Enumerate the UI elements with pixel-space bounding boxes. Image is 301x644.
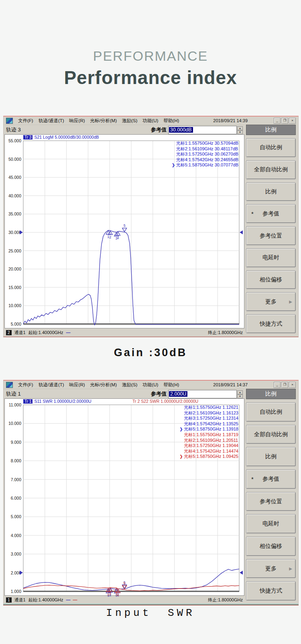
active-trace-label: 轨迹 1 bbox=[6, 390, 21, 398]
menu-stimulus[interactable]: 激励(S) bbox=[122, 382, 137, 388]
datetime: 2018/09/21 14:39 bbox=[213, 118, 248, 123]
restore-button[interactable]: ❐ bbox=[281, 382, 288, 388]
close-button[interactable]: × bbox=[289, 118, 296, 124]
stop-frequency: 终止:1.80000GHz bbox=[208, 330, 243, 336]
panel-button-auto-scale[interactable]: 自动比例 bbox=[246, 402, 296, 422]
toolbar: 轨迹 3 参考值 30.000dB ▲▼ bbox=[4, 125, 244, 135]
stop-frequency: 终止:1.80000GHz bbox=[208, 597, 243, 603]
vna-window-swr: 文件(F) 轨迹/通道(T) 响应(R) 光标/分析(M) 激励(S) 功能(U… bbox=[3, 380, 299, 605]
svg-text:55.000: 55.000 bbox=[8, 138, 21, 143]
asterisk-icon: * bbox=[251, 476, 254, 482]
trace-format-label: S21 LogM 5.00000dB/30.00000dB bbox=[34, 135, 99, 139]
svg-text:2: 2 bbox=[109, 235, 111, 239]
marker-readout-3: 光标3:1.57250GHz 30.06270dB bbox=[176, 152, 238, 157]
panel-button-phase-offset[interactable]: 相位偏移 bbox=[246, 271, 296, 289]
app-icon bbox=[6, 382, 13, 388]
marker-readout-1: 光标1:1.55750GHz 30.57094dB bbox=[176, 141, 238, 146]
menu-trace-channel[interactable]: 轨迹/通道(T) bbox=[39, 382, 64, 388]
arrow-right-icon: ▶ bbox=[289, 299, 292, 304]
trace1-format-label: S11 SWR 1.00000U/2.00000U bbox=[34, 399, 91, 404]
panel-button-reference-position[interactable]: 参考位置 bbox=[246, 226, 296, 245]
menu-marker-analysis[interactable]: 光标/分析(M) bbox=[90, 382, 117, 388]
start-frequency: 起始:1.40000GHz bbox=[28, 597, 63, 603]
menu-bar: 文件(F) 轨迹/通道(T) 响应(R) 光标/分析(M) 激励(S) 功能(U… bbox=[4, 381, 298, 389]
reference-value-label: 参考值 bbox=[151, 390, 167, 398]
reference-value-stepper[interactable]: ▲▼ bbox=[237, 126, 243, 134]
panel-button-reference-value[interactable]: *参考值 bbox=[246, 470, 296, 489]
svg-text:25.000: 25.000 bbox=[8, 248, 21, 253]
menu-file[interactable]: 文件(F) bbox=[18, 382, 33, 388]
menu-trace-channel[interactable]: 轨迹/通道(T) bbox=[39, 118, 64, 124]
reference-value-input[interactable]: 30.000dB bbox=[168, 126, 237, 134]
s11-marker-readout-5-active: 光标5:1.58750GHz 1.13918 bbox=[184, 427, 238, 432]
panel-button-more[interactable]: 更多▶ bbox=[246, 559, 296, 578]
panel-button-reference-position[interactable]: 参考位置 bbox=[246, 492, 296, 511]
menu-stimulus[interactable]: 激励(S) bbox=[122, 118, 137, 124]
svg-text:6.000: 6.000 bbox=[11, 496, 21, 500]
stepper-up-icon[interactable]: ▲ bbox=[237, 390, 243, 394]
marker-readout-2: 光标2:1.56109GHz 30.48117dB bbox=[176, 146, 238, 152]
restore-button[interactable]: ❐ bbox=[281, 118, 288, 124]
vna-window-gain: 文件(F) 轨迹/通道(T) 响应(R) 光标/分析(M) 激励(S) 功能(U… bbox=[3, 116, 299, 337]
svg-text:8.000: 8.000 bbox=[11, 458, 21, 463]
s22-marker-readout-3: 光标3:1.57250GHz 1.19044 bbox=[184, 443, 238, 449]
menu-function[interactable]: 功能(U) bbox=[142, 118, 158, 124]
toolbar: 轨迹 1 参考值 2.000U ▲▼ bbox=[4, 389, 244, 399]
panel-button-shortcut[interactable]: 快捷方式 bbox=[246, 581, 296, 601]
panel-button-scale[interactable]: 比例 bbox=[246, 447, 296, 466]
menu-marker-analysis[interactable]: 光标/分析(M) bbox=[90, 118, 117, 124]
close-button[interactable]: × bbox=[289, 382, 296, 388]
svg-text:4: 4 bbox=[117, 236, 119, 240]
channel-label: 通道1 bbox=[14, 330, 26, 336]
s22-marker-readout-1: 光标1:1.55750GHz 1.18719 bbox=[184, 432, 238, 438]
marker-readout-5-active: 光标5:1.58750GHz 30.07077dB bbox=[176, 162, 238, 168]
s11-marker-readout-1: 光标1:1.55750GHz 1.12621 bbox=[184, 405, 238, 410]
status-bar: 1 通道1 起始:1.40000GHz — — 终止:1.80000GHz bbox=[4, 596, 247, 604]
stepper-down-icon[interactable]: ▼ bbox=[237, 130, 243, 134]
svg-text:35.000: 35.000 bbox=[8, 211, 21, 216]
stepper-up-icon[interactable]: ▲ bbox=[237, 126, 243, 130]
reference-value-input[interactable]: 2.000U bbox=[168, 390, 237, 398]
svg-text:10.000: 10.000 bbox=[8, 303, 21, 308]
channel-badge: 2 bbox=[6, 330, 12, 335]
trace1-dash-icon: — bbox=[66, 597, 70, 602]
trace1-dash-icon: — bbox=[66, 330, 70, 335]
panel-button-shortcut[interactable]: 快捷方式 bbox=[246, 314, 296, 333]
trace2-dash-icon: — bbox=[73, 597, 77, 602]
panel-button-electrical-delay[interactable]: 电延时 bbox=[246, 514, 296, 533]
svg-text:45.000: 45.000 bbox=[8, 175, 21, 180]
menu-response[interactable]: 响应(R) bbox=[69, 382, 85, 388]
panel-button-reference-value[interactable]: *参考值 bbox=[246, 204, 296, 223]
plot-area: Tr 3 S21 LogM 5.00000dB/30.00000dB 55.00… bbox=[4, 134, 244, 328]
panel-button-auto-scale-all[interactable]: 全部自动比例 bbox=[246, 160, 296, 179]
menu-file[interactable]: 文件(F) bbox=[18, 118, 33, 124]
svg-text:20.000: 20.000 bbox=[8, 267, 21, 271]
section-eyebrow: PERFORMANCE bbox=[0, 48, 301, 64]
page-title: Performance index bbox=[0, 67, 301, 88]
panel-button-phase-offset[interactable]: 相位偏移 bbox=[246, 537, 296, 556]
menu-function[interactable]: 功能(U) bbox=[142, 382, 158, 388]
panel-button-auto-scale-all[interactable]: 全部自动比例 bbox=[246, 425, 296, 444]
marker-readouts: 光标1:1.55750GHz 1.12621 光标2:1.56109GHz 1.… bbox=[184, 405, 238, 459]
panel-button-more[interactable]: 更多▶ bbox=[246, 292, 296, 311]
stepper-down-icon[interactable]: ▼ bbox=[237, 394, 243, 398]
menu-help[interactable]: 帮助(H) bbox=[163, 382, 179, 388]
svg-text:15.000: 15.000 bbox=[8, 285, 21, 290]
svg-text:5.000: 5.000 bbox=[11, 322, 21, 326]
s22-marker-readout-5-active: 光标5:1.58750GHz 1.09425 bbox=[184, 454, 238, 459]
minimize-button[interactable]: _ bbox=[274, 382, 281, 388]
minimize-button[interactable]: _ bbox=[274, 118, 281, 124]
menu-help[interactable]: 帮助(H) bbox=[163, 118, 179, 124]
panel-button-auto-scale[interactable]: 自动比例 bbox=[246, 138, 296, 157]
reference-value-text: 30.000dB bbox=[169, 127, 193, 133]
marker-readout-4: 光标4:1.57542GHz 30.24655dB bbox=[176, 157, 238, 163]
plot-area: Tr 1 S11 SWR 1.00000U/2.00000U Tr 2 S22 … bbox=[4, 398, 244, 596]
softkey-panel: 比例 自动比例 全部自动比例 比例 *参考值 参考位置 电延时 相位偏移 更多▶… bbox=[245, 389, 298, 604]
panel-button-electrical-delay[interactable]: 电延时 bbox=[246, 248, 296, 267]
panel-button-scale[interactable]: 比例 bbox=[246, 183, 296, 201]
reference-value-stepper[interactable]: ▲▼ bbox=[237, 390, 243, 398]
svg-text:3.000: 3.000 bbox=[11, 552, 21, 556]
svg-text:4.000: 4.000 bbox=[11, 533, 21, 538]
menu-response[interactable]: 响应(R) bbox=[69, 118, 85, 124]
s11-marker-readout-2: 光标2:1.56109GHz 1.16123 bbox=[184, 410, 238, 416]
